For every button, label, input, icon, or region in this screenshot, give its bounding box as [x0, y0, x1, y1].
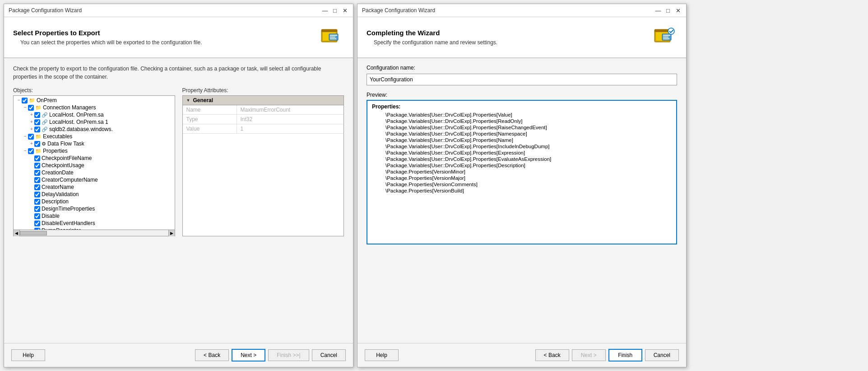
list-item[interactable]: − 📁 Executables [14, 133, 174, 140]
list-item[interactable]: + CheckpointUsage [14, 162, 174, 169]
expander-icon: + [29, 112, 34, 117]
preview-properties-header: Properties: [372, 103, 672, 110]
list-item[interactable]: − 📁 Properties [14, 147, 174, 155]
tree-item-label: DumpDescriptor [42, 227, 81, 230]
next-button-2[interactable]: Next > [572, 349, 606, 361]
property-section-name: General [193, 97, 213, 103]
property-section-header: ▼ General [183, 96, 344, 105]
tree-checkbox[interactable] [34, 163, 40, 169]
item-icon: 🔗 [42, 127, 48, 132]
cancel-button-1[interactable]: Cancel [312, 349, 346, 361]
tree-checkbox[interactable] [28, 105, 34, 111]
help-button-2[interactable]: Help [365, 349, 399, 361]
preview-label: Preview: [367, 92, 677, 98]
tree-container-1[interactable]: − 📁 OnPrem − 📁 Connection Managers + [13, 95, 175, 230]
tree-checkbox[interactable] [34, 192, 40, 197]
list-item[interactable]: + CreationDate [14, 169, 174, 176]
preview-line: \Package.Variables[User::DrvColExp].Prop… [372, 150, 672, 156]
item-icon: 🔗 [42, 112, 48, 118]
tree-checkbox[interactable] [34, 119, 40, 125]
tree-item-label: OnPrem [37, 97, 57, 103]
close-button-2[interactable]: ✕ [674, 7, 682, 14]
minimize-button-2[interactable]: — [654, 7, 662, 14]
preview-container[interactable]: Properties: \Package.Variables[User::Drv… [367, 100, 677, 244]
config-name-label: Configuration name: [367, 65, 677, 71]
finish-button-2[interactable]: Finish [608, 349, 642, 362]
list-item[interactable]: + Description [14, 198, 174, 205]
tree-item-label: CreatorName [42, 184, 74, 190]
tree-checkbox[interactable] [34, 155, 40, 161]
two-pane-1: Objects: − 📁 OnPrem − 📁 Connection M [13, 87, 344, 236]
tree-checkbox[interactable] [34, 141, 40, 147]
maximize-button-1[interactable]: □ [331, 7, 339, 14]
tree-item-label: sqldb2.database.windows. [49, 126, 113, 132]
list-item[interactable]: + DelayValidation [14, 191, 174, 198]
preview-line: \Package.Variables[User::DrvColExp].Prop… [372, 131, 672, 137]
finish-button-1[interactable]: Finish >>| [268, 349, 309, 361]
tree-checkbox[interactable] [34, 221, 40, 226]
tree-checkbox[interactable] [28, 134, 34, 140]
tree-checkbox[interactable] [28, 148, 34, 154]
cancel-button-2[interactable]: Cancel [645, 349, 679, 361]
list-item[interactable]: + Disable [14, 212, 174, 220]
tree-checkbox[interactable] [22, 98, 28, 103]
tree-item-label: LocalHost. OnPrem.sa 1 [49, 119, 108, 125]
table-row: Name MaximumErrorCount [183, 105, 344, 115]
scroll-right-btn[interactable]: ▶ [168, 230, 175, 236]
tree-item-label: Description [42, 198, 69, 205]
back-button-1[interactable]: < Back [195, 349, 229, 361]
list-item[interactable]: + DesignTimeProperties [14, 205, 174, 212]
tree-checkbox[interactable] [34, 199, 40, 205]
prop-value-name: MaximumErrorCount [237, 105, 344, 114]
maximize-button-2[interactable]: □ [664, 7, 672, 14]
list-item[interactable]: + ⚙ Data Flow Task [14, 140, 174, 147]
tree-checkbox[interactable] [34, 170, 40, 176]
dialog-1-title: Package Configuration Wizard [9, 7, 82, 14]
tree-checkbox[interactable] [34, 184, 40, 190]
expander-icon: − [23, 148, 28, 154]
list-item[interactable]: + CreatorName [14, 183, 174, 191]
preview-line: \Package.Properties[VersionMajor] [372, 175, 672, 181]
help-button-1[interactable]: Help [11, 349, 45, 361]
title-bar-controls-1: — □ ✕ [321, 7, 348, 14]
maximize-icon-2: □ [666, 7, 670, 14]
back-button-2[interactable]: < Back [535, 349, 569, 361]
tree-checkbox[interactable] [34, 228, 40, 230]
preview-line: \Package.Variables[User::DrvColExp].Prop… [372, 137, 672, 143]
list-item[interactable]: + CheckpointFileName [14, 155, 174, 162]
config-name-input[interactable] [367, 74, 677, 85]
expander-icon: − [23, 105, 28, 110]
list-item[interactable]: + 🔗 LocalHost. OnPrem.sa [14, 111, 174, 118]
minimize-icon-1: — [322, 7, 328, 14]
property-table-1[interactable]: ▼ General Name MaximumErrorCount Type In… [182, 95, 344, 236]
left-pane-1: Objects: − 📁 OnPrem − 📁 Connection M [13, 87, 175, 236]
tree-checkbox[interactable] [34, 177, 40, 183]
tree-checkbox[interactable] [34, 206, 40, 212]
tree-checkbox[interactable] [34, 112, 40, 118]
preview-line: \Package.Properties[VersionMinor] [372, 169, 672, 175]
objects-label: Objects: [13, 87, 175, 94]
svg-rect-6 [330, 38, 336, 39]
minimize-button-1[interactable]: — [321, 7, 329, 14]
list-item[interactable]: − 📁 OnPrem [14, 97, 174, 104]
header-section-1: Select Properties to Export You can sele… [4, 17, 353, 58]
scroll-left-btn[interactable]: ◀ [14, 230, 20, 236]
list-item[interactable]: + DumpDescriptor [14, 227, 174, 230]
horizontal-scrollbar-1[interactable]: ◀ ▶ [13, 230, 175, 236]
scroll-thumb-h[interactable] [20, 231, 47, 235]
list-item[interactable]: + 🔗 sqldb2.database.windows. [14, 126, 174, 133]
list-item[interactable]: − 📁 Connection Managers [14, 104, 174, 111]
expander-icon: − [16, 98, 22, 103]
list-item[interactable]: + CreatorComputerName [14, 176, 174, 183]
next-button-1[interactable]: Next > [232, 349, 265, 362]
item-icon: 🔗 [42, 119, 48, 125]
tree-checkbox[interactable] [34, 127, 40, 132]
tree-item-label: CreatorComputerName [42, 177, 98, 183]
tree-checkbox[interactable] [34, 213, 40, 219]
right-pane-1: Property Attributes: ▼ General Name Maxi… [182, 87, 344, 236]
close-button-1[interactable]: ✕ [341, 7, 348, 14]
list-item[interactable]: + DisableEventHandlers [14, 220, 174, 227]
table-row: Type Int32 [183, 115, 344, 124]
list-item[interactable]: + 🔗 LocalHost. OnPrem.sa 1 [14, 118, 174, 126]
title-bar-2: Package Configuration Wizard — □ ✕ [357, 4, 686, 17]
